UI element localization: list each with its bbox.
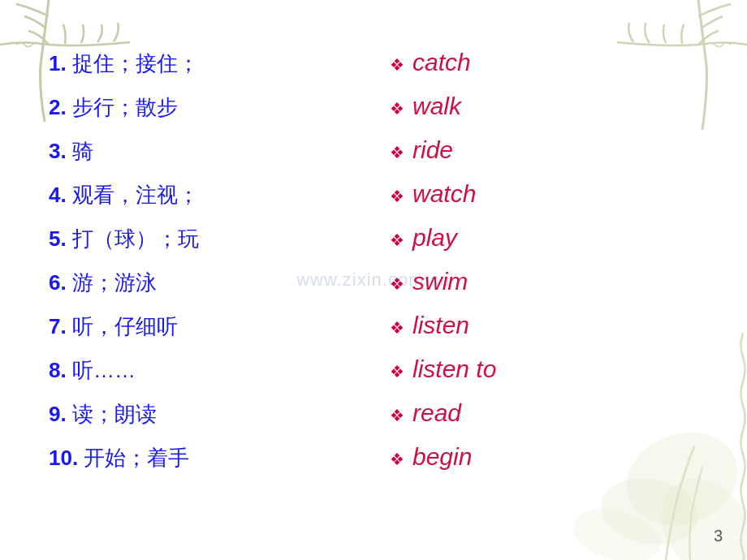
item-chinese: 步行；散步 <box>72 95 178 119</box>
vocab-row: 3. 骑❖ride <box>49 136 698 180</box>
vocab-row: 6. 游；游泳❖swim <box>49 268 698 312</box>
item-chinese: 观看，注视； <box>72 183 199 207</box>
chinese-col: 6. 游；游泳 <box>49 269 390 297</box>
item-english: listen to <box>412 355 496 383</box>
english-col: ❖ride <box>390 136 698 164</box>
item-chinese: 打（球）；玩 <box>72 226 199 251</box>
diamond-bullet-icon: ❖ <box>390 406 404 425</box>
item-english: begin <box>412 443 472 471</box>
page-number: 3 <box>714 527 723 545</box>
english-col: ❖catch <box>390 49 698 76</box>
vocab-row: 7. 听，仔细听❖listen <box>49 312 698 355</box>
chinese-col: 5. 打（球）；玩 <box>49 225 390 253</box>
item-english: listen <box>412 312 469 339</box>
diamond-bullet-icon: ❖ <box>390 143 404 162</box>
item-chinese: 捉住；接住； <box>72 51 199 75</box>
item-number: 10. <box>49 446 84 470</box>
english-col: ❖listen <box>390 312 698 339</box>
english-col: ❖play <box>390 224 698 252</box>
item-chinese: 听…… <box>72 358 136 382</box>
item-english: swim <box>412 268 468 295</box>
chinese-col: 2. 步行；散步 <box>49 93 390 122</box>
diamond-bullet-icon: ❖ <box>390 274 404 294</box>
vocab-row: 4. 观看，注视；❖watch <box>49 180 698 224</box>
vocab-row: 9. 读；朗读❖read <box>49 399 698 443</box>
chinese-col: 3. 骑 <box>49 137 390 166</box>
english-col: ❖swim <box>390 268 698 295</box>
english-col: ❖listen to <box>390 355 698 383</box>
item-english: read <box>412 399 461 427</box>
item-english: catch <box>412 49 471 76</box>
diamond-bullet-icon: ❖ <box>390 318 404 338</box>
item-english: watch <box>412 180 476 208</box>
english-col: ❖begin <box>390 443 698 471</box>
item-chinese: 骑 <box>72 139 93 163</box>
item-number: 8. <box>49 358 72 382</box>
diamond-bullet-icon: ❖ <box>390 187 404 206</box>
item-chinese: 游；游泳 <box>72 270 157 295</box>
item-chinese: 开始；着手 <box>84 446 189 470</box>
english-col: ❖watch <box>390 180 698 208</box>
item-chinese: 听，仔细听 <box>72 314 178 338</box>
diamond-bullet-icon: ❖ <box>390 99 404 118</box>
chinese-col: 7. 听，仔细听 <box>49 312 390 341</box>
english-col: ❖walk <box>390 93 698 120</box>
item-number: 2. <box>49 95 72 119</box>
item-number: 3. <box>49 139 72 163</box>
vocab-row: 8. 听……❖listen to <box>49 355 698 399</box>
chinese-col: 4. 观看，注视； <box>49 181 390 209</box>
item-english: play <box>412 224 457 252</box>
item-number: 6. <box>49 270 72 295</box>
vocab-row: 5. 打（球）；玩❖play <box>49 224 698 268</box>
vocab-row: 10. 开始；着手❖begin <box>49 443 698 487</box>
item-chinese: 读；朗读 <box>72 402 157 426</box>
item-number: 4. <box>49 183 72 207</box>
item-english: walk <box>412 93 461 120</box>
item-number: 9. <box>49 402 72 426</box>
item-number: 5. <box>49 226 72 251</box>
diamond-bullet-icon: ❖ <box>390 450 404 469</box>
content-area: 1. 捉住；接住；❖catch2. 步行；散步❖walk3. 骑❖ride4. … <box>0 0 747 560</box>
diamond-bullet-icon: ❖ <box>390 362 404 381</box>
vocab-row: 2. 步行；散步❖walk <box>49 93 698 136</box>
item-number: 7. <box>49 314 72 338</box>
item-english: ride <box>412 136 453 164</box>
chinese-col: 1. 捉住；接住； <box>49 50 390 78</box>
diamond-bullet-icon: ❖ <box>390 55 404 75</box>
chinese-col: 9. 读；朗读 <box>49 400 390 429</box>
english-col: ❖read <box>390 399 698 427</box>
item-number: 1. <box>49 51 72 75</box>
chinese-col: 8. 听…… <box>49 356 390 385</box>
diamond-bullet-icon: ❖ <box>390 230 404 250</box>
vocab-list: 1. 捉住；接住；❖catch2. 步行；散步❖walk3. 骑❖ride4. … <box>49 49 698 487</box>
vocab-row: 1. 捉住；接住；❖catch <box>49 49 698 93</box>
chinese-col: 10. 开始；着手 <box>49 444 390 472</box>
